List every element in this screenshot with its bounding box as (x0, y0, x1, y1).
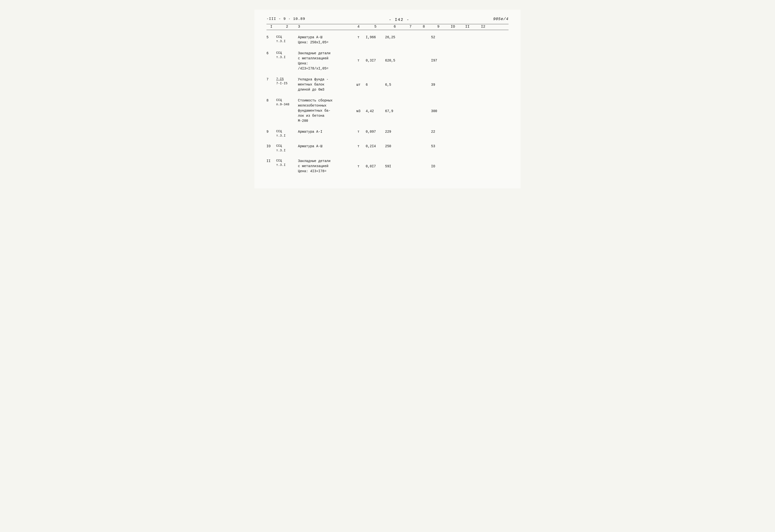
row7-col9: 39 (431, 77, 446, 87)
page-header: -III - 9 · 10.89 - I42 - 905e/4 (266, 17, 509, 22)
row10-col3: Арматура А-Ш (298, 144, 351, 149)
row10-col2: ССЦ т.3.I (276, 144, 298, 152)
header-left: -III - 9 · 10.89 (266, 17, 305, 21)
row11-col4: т (351, 159, 366, 169)
row5-col4: т (351, 35, 366, 40)
row7-col6: 6,5 (385, 77, 405, 87)
row11-col3: Закладные детали с металлизацией Цена: 4… (298, 159, 351, 174)
row8-col2: ССЦ п.9-348 (276, 98, 298, 107)
row11-col9: IO (431, 159, 446, 169)
row6-col9: I97 (431, 51, 446, 63)
row9-col3: Арматура А-I (298, 129, 351, 134)
table-row: 5 ССЦ т.3.I Арматура А-Ш Цена: 250хI,05=… (266, 31, 509, 47)
row5-col9: 52 (431, 35, 446, 40)
table-row: 7 7-I5 7-I-I5 Укладка фунда - ментных ба… (266, 74, 509, 95)
row10-col5: 0,2I4 (366, 144, 385, 149)
row6-col2: ССЦ т.3.I (276, 51, 298, 60)
top-border (266, 24, 509, 24)
row6-col6: 620,5 (385, 51, 405, 63)
row8-col6: 67,9 (385, 98, 405, 114)
row7-col2: 7-I5 7-I-I5 (276, 77, 298, 86)
page-container: -III - 9 · 10.89 - I42 - 905e/4 I 2 3 4 … (254, 10, 521, 188)
row10-col1: IO (266, 144, 276, 149)
row9-col1: 9 (266, 129, 276, 134)
row8-col4: м3 (351, 98, 366, 114)
col-header-9: 9 (431, 25, 446, 29)
row7-col5: 6 (366, 77, 385, 87)
row8-col3: Стоимость сборных железобетонных фундаме… (298, 98, 351, 123)
row5-col2: ССЦ т.3.I (276, 35, 298, 44)
table-row: IO ССЦ т.3.I Арматура А-Ш т 0,2I4 250 53 (266, 140, 509, 155)
col-header-2: 2 (276, 25, 298, 29)
row5-col5: I,966 (366, 35, 385, 40)
col-header-8: 8 (417, 25, 431, 29)
row5-col3: Арматура А-Ш Цена: 250хI,05= (298, 35, 351, 45)
row9-col5: 0,097 (366, 129, 385, 134)
row9-col2: ССЦ т.3.I (276, 129, 298, 138)
row7-col3: Укладка фунда - ментных балок длиной до … (298, 77, 351, 92)
row10-col6: 250 (385, 144, 405, 149)
header-center: - I42 - (305, 17, 493, 22)
table-row: 9 ССЦ т.3.I Арматура А-I т 0,097 229 22 (266, 126, 509, 140)
row9-col6: 229 (385, 129, 405, 134)
row6-col5: 0,3I7 (366, 51, 385, 63)
row11-col6: 59I (385, 159, 405, 169)
row5-col6: 26,25 (385, 35, 405, 40)
col-header-3: 3 (298, 25, 351, 29)
row8-col9: 300 (431, 98, 446, 114)
row6-col1: 6 (266, 51, 276, 56)
table-row: II ССЦ т.3.I Закладные детали с металлиз… (266, 155, 509, 176)
row6-col4: т (351, 51, 366, 63)
row11-col5: 0,0I7 (366, 159, 385, 169)
row9-col9: 22 (431, 129, 446, 134)
row7-col1: 7 (266, 77, 276, 82)
row8-col1: 8 (266, 98, 276, 103)
header-right: 905e/4 (493, 17, 509, 21)
row8-col5: 4,42 (366, 98, 385, 114)
row9-col4: т (351, 129, 366, 134)
col-header-11: II (460, 25, 475, 29)
row11-col1: II (266, 159, 276, 164)
col-header-1: I (266, 25, 276, 29)
row10-col9: 53 (431, 144, 446, 149)
table-row: 8 ССЦ п.9-348 Стоимость сборных железобе… (266, 95, 509, 126)
col-header-12: I2 (475, 25, 492, 29)
row10-col4: т (351, 144, 366, 149)
row7-col4: шт (351, 77, 366, 87)
row5-col1: 5 (266, 35, 276, 40)
col-header-10: IO (446, 25, 460, 29)
row11-col2: ССЦ т.3.I (276, 159, 298, 167)
column-headers: I 2 3 4 5 6 7 8 9 IO II I2 (266, 25, 509, 30)
col-header-5: 5 (366, 25, 385, 29)
col-header-7: 7 (405, 25, 417, 29)
col-header-4: 4 (351, 25, 366, 29)
col-header-6: 6 (385, 25, 405, 29)
row6-col3: Закладные детали с металлизацией Цена: /… (298, 51, 351, 71)
table-row: 6 ССЦ т.3.I Закладные детали с металлиза… (266, 47, 509, 74)
